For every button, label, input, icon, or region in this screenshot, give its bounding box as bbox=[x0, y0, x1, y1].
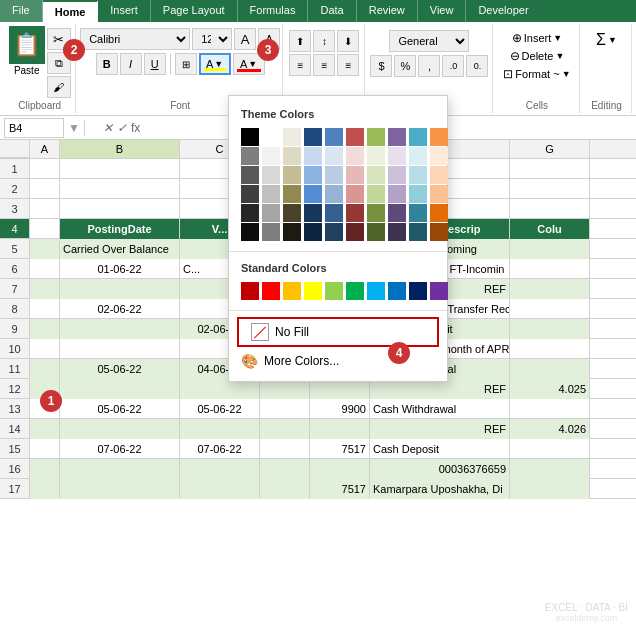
cell-c13[interactable]: 05-06-22 bbox=[180, 399, 260, 419]
cell-b17[interactable] bbox=[60, 479, 180, 499]
cut-button[interactable]: ✂ bbox=[47, 28, 71, 50]
color-swatch[interactable] bbox=[262, 223, 280, 241]
color-swatch[interactable] bbox=[304, 282, 322, 300]
cell-a14[interactable] bbox=[30, 419, 60, 439]
cell-a15[interactable] bbox=[30, 439, 60, 459]
row-num-3[interactable]: 3 bbox=[0, 199, 29, 219]
color-swatch[interactable] bbox=[388, 166, 406, 184]
color-swatch[interactable] bbox=[241, 204, 259, 222]
border-button[interactable]: ⊞ bbox=[175, 53, 197, 75]
number-format-select[interactable]: General bbox=[389, 30, 469, 52]
cell-e12[interactable] bbox=[310, 379, 370, 399]
cell-e17[interactable]: 7517 bbox=[310, 479, 370, 499]
cell-g11[interactable] bbox=[510, 359, 590, 379]
cell-g13[interactable] bbox=[510, 399, 590, 419]
color-swatch[interactable] bbox=[388, 282, 406, 300]
font-size-select[interactable]: 12 bbox=[192, 28, 232, 50]
color-swatch[interactable] bbox=[262, 128, 280, 146]
col-header-b[interactable]: B bbox=[60, 140, 180, 158]
color-swatch[interactable] bbox=[304, 204, 322, 222]
color-swatch[interactable] bbox=[367, 147, 385, 165]
row-num-12[interactable]: 12 bbox=[0, 379, 29, 399]
color-swatch[interactable] bbox=[241, 128, 259, 146]
row-num-2[interactable]: 2 bbox=[0, 179, 29, 199]
cell-d14[interactable] bbox=[260, 419, 310, 439]
color-swatch[interactable] bbox=[283, 282, 301, 300]
cell-d15[interactable] bbox=[260, 439, 310, 459]
copy-button[interactable]: ⧉ bbox=[47, 52, 71, 74]
color-swatch[interactable] bbox=[346, 185, 364, 203]
percent-button[interactable]: % bbox=[394, 55, 416, 77]
color-swatch[interactable] bbox=[430, 166, 448, 184]
color-swatch[interactable] bbox=[430, 223, 448, 241]
color-swatch[interactable] bbox=[283, 204, 301, 222]
color-swatch[interactable] bbox=[262, 185, 280, 203]
color-swatch[interactable] bbox=[304, 128, 322, 146]
cell-f12[interactable]: REF bbox=[370, 379, 510, 399]
cell-a4[interactable] bbox=[30, 219, 60, 239]
color-swatch[interactable] bbox=[283, 223, 301, 241]
increase-decimal-button[interactable]: .0 bbox=[442, 55, 464, 77]
color-swatch[interactable] bbox=[325, 166, 343, 184]
color-swatch[interactable] bbox=[283, 166, 301, 184]
color-swatch[interactable] bbox=[388, 185, 406, 203]
cell-a5[interactable] bbox=[30, 239, 60, 259]
cell-b8[interactable]: 02-06-22 bbox=[60, 299, 180, 319]
cell-b16[interactable] bbox=[60, 459, 180, 479]
decrease-decimal-button[interactable]: 0. bbox=[466, 55, 488, 77]
cell-e15[interactable]: 7517 bbox=[310, 439, 370, 459]
cell-g3[interactable] bbox=[510, 199, 590, 219]
cell-a10[interactable] bbox=[30, 339, 60, 359]
decrease-font-button[interactable]: A bbox=[258, 28, 280, 50]
cell-b4[interactable]: PostingDate bbox=[60, 219, 180, 239]
row-num-4[interactable]: 4 bbox=[0, 219, 29, 239]
color-swatch[interactable] bbox=[304, 223, 322, 241]
color-swatch[interactable] bbox=[367, 223, 385, 241]
cell-b3[interactable] bbox=[60, 199, 180, 219]
color-swatch[interactable] bbox=[283, 128, 301, 146]
cell-g9[interactable] bbox=[510, 319, 590, 339]
cell-g2[interactable] bbox=[510, 179, 590, 199]
cell-e14[interactable] bbox=[310, 419, 370, 439]
cell-a7[interactable] bbox=[30, 279, 60, 299]
row-num-13[interactable]: 13 bbox=[0, 399, 29, 419]
color-swatch[interactable] bbox=[346, 204, 364, 222]
cell-g8[interactable] bbox=[510, 299, 590, 319]
color-swatch[interactable] bbox=[388, 128, 406, 146]
row-num-6[interactable]: 6 bbox=[0, 259, 29, 279]
cell-g12[interactable]: 4.025 bbox=[510, 379, 590, 399]
color-swatch[interactable] bbox=[262, 204, 280, 222]
cell-a8[interactable] bbox=[30, 299, 60, 319]
color-swatch[interactable] bbox=[409, 128, 427, 146]
cell-b14[interactable] bbox=[60, 419, 180, 439]
color-swatch[interactable] bbox=[367, 185, 385, 203]
increase-font-button[interactable]: A bbox=[234, 28, 256, 50]
cell-b7[interactable] bbox=[60, 279, 180, 299]
color-swatch[interactable] bbox=[367, 128, 385, 146]
tab-review[interactable]: Review bbox=[357, 0, 418, 22]
format-cells-button[interactable]: ⊡ Format ~ ▼ bbox=[499, 66, 574, 82]
cell-g14[interactable]: 4.026 bbox=[510, 419, 590, 439]
color-swatch[interactable] bbox=[430, 147, 448, 165]
cell-b9[interactable] bbox=[60, 319, 180, 339]
delete-cells-button[interactable]: ⊖ Delete ▼ bbox=[506, 48, 569, 64]
cell-a11[interactable] bbox=[30, 359, 60, 379]
cell-a16[interactable] bbox=[30, 459, 60, 479]
color-swatch[interactable] bbox=[346, 128, 364, 146]
color-swatch[interactable] bbox=[283, 147, 301, 165]
color-swatch[interactable] bbox=[346, 147, 364, 165]
color-swatch[interactable] bbox=[325, 147, 343, 165]
row-num-7[interactable]: 7 bbox=[0, 279, 29, 299]
color-swatch[interactable] bbox=[430, 282, 448, 300]
cell-a3[interactable] bbox=[30, 199, 60, 219]
cell-b6[interactable]: 01-06-22 bbox=[60, 259, 180, 279]
color-swatch[interactable] bbox=[241, 282, 259, 300]
color-swatch[interactable] bbox=[346, 282, 364, 300]
cell-b15[interactable]: 07-06-22 bbox=[60, 439, 180, 459]
color-swatch[interactable] bbox=[346, 223, 364, 241]
cell-f13[interactable]: Cash Withdrawal bbox=[370, 399, 510, 419]
align-bottom-button[interactable]: ⬇ bbox=[337, 30, 359, 52]
color-swatch[interactable] bbox=[430, 204, 448, 222]
color-swatch[interactable] bbox=[325, 185, 343, 203]
cell-a13[interactable] bbox=[30, 399, 60, 419]
